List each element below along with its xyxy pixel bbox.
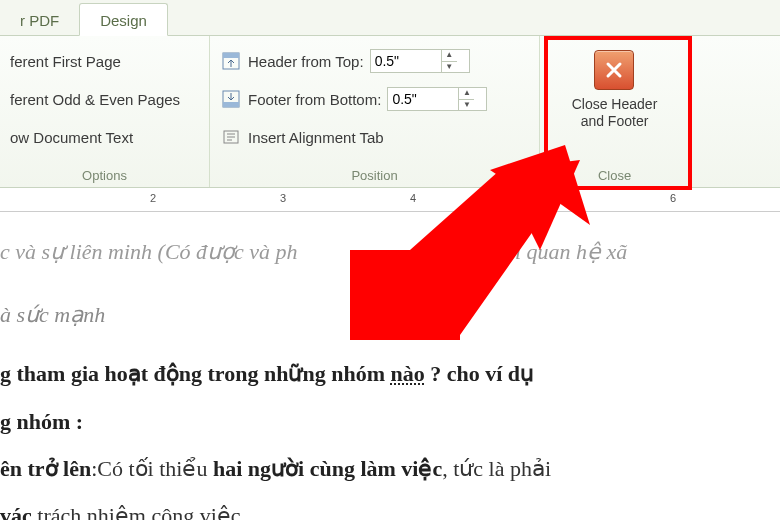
group-close-label: Close [598, 165, 631, 187]
show-document-text-label: ow Document Text [10, 129, 133, 146]
footer-from-bottom-label: Footer from Bottom: [248, 91, 381, 108]
doc-line1: c và sự liên minh (Có được và ph xxxxxxx… [0, 234, 780, 269]
tab-pdf[interactable]: r PDF [0, 4, 79, 35]
ribbon-tabs: r PDF Design [0, 0, 780, 36]
different-first-page-label: ferent First Page [10, 53, 121, 70]
group-close: Close Header and Footer Close [540, 36, 690, 187]
ruler-tick-4: 4 [410, 192, 416, 204]
svg-rect-3 [223, 102, 239, 107]
footer-bottom-spin-up[interactable]: ▲ [459, 88, 474, 100]
horizontal-ruler[interactable]: 2 3 4 5 6 [0, 188, 780, 212]
ribbon: ferent First Page ferent Odd & Even Page… [0, 36, 780, 188]
footer-from-bottom-icon [220, 88, 242, 110]
group-position: Header from Top: ▲ ▼ Footer from Bottom: [210, 36, 540, 187]
header-top-spin-down[interactable]: ▼ [442, 62, 457, 73]
svg-rect-1 [223, 53, 239, 58]
group-options-label: Options [10, 165, 199, 187]
show-document-text-checkbox[interactable]: ow Document Text [10, 122, 199, 152]
doc-line2: à sức mạnh [0, 297, 780, 332]
group-options: ferent First Page ferent Odd & Even Page… [0, 36, 210, 187]
header-from-top-label: Header from Top: [248, 53, 364, 70]
different-odd-even-label: ferent Odd & Even Pages [10, 91, 180, 108]
footer-from-bottom-input[interactable] [388, 89, 458, 109]
alignment-tab-icon [220, 126, 242, 148]
ruler-tick-6: 6 [670, 192, 676, 204]
close-icon [594, 50, 634, 90]
footer-from-bottom-row: Footer from Bottom: ▲ ▼ [220, 84, 529, 114]
doc-line4: g nhóm : [0, 404, 780, 439]
header-from-top-row: Header from Top: ▲ ▼ [220, 46, 529, 76]
close-header-footer-button[interactable]: Close Header and Footer [566, 46, 664, 134]
different-odd-even-checkbox[interactable]: ferent Odd & Even Pages [10, 84, 199, 114]
header-top-spin-up[interactable]: ▲ [442, 50, 457, 62]
header-from-top-spinner[interactable]: ▲ ▼ [370, 49, 470, 73]
tab-design[interactable]: Design [79, 3, 168, 36]
doc-line5: ên trở lên:Có tối thiểu hai người cùng l… [0, 451, 780, 486]
header-from-top-icon [220, 50, 242, 72]
close-header-footer-label: Close Header and Footer [572, 96, 658, 130]
footer-bottom-spin-down[interactable]: ▼ [459, 100, 474, 111]
header-from-top-input[interactable] [371, 51, 441, 71]
doc-line3: g tham gia hoạt động trong những nhóm nà… [0, 356, 780, 391]
ruler-tick-5: 5 [540, 192, 546, 204]
group-position-label: Position [220, 165, 529, 187]
ruler-tick-2: 2 [150, 192, 156, 204]
doc-line6: vác trách nhiệm công việc [0, 498, 780, 520]
insert-alignment-tab-button[interactable]: Insert Alignment Tab [220, 122, 529, 152]
document-body[interactable]: c và sự liên minh (Có được và ph xxxxxxx… [0, 212, 780, 520]
footer-from-bottom-spinner[interactable]: ▲ ▼ [387, 87, 487, 111]
different-first-page-checkbox[interactable]: ferent First Page [10, 46, 199, 76]
ruler-tick-3: 3 [280, 192, 286, 204]
insert-alignment-tab-label: Insert Alignment Tab [248, 129, 384, 146]
